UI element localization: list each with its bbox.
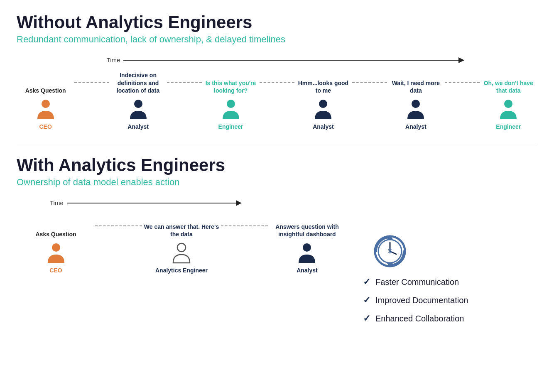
dot-line-0 — [74, 82, 109, 83]
section1-time-arrow — [123, 60, 464, 61]
person-icon-0 — [46, 242, 66, 265]
section2-flow: Asks QuestionCEOWe can answer that. Here… — [17, 211, 346, 274]
flow-label-2: Answers question with insightful dashboa… — [268, 211, 346, 238]
section2-flow-panel: Time Asks QuestionCEOWe can answer that.… — [17, 199, 346, 274]
svg-text:$: $ — [388, 247, 392, 255]
dot-line-0 — [95, 225, 142, 226]
person-wrap-4: Analyst — [405, 98, 427, 130]
dot-line-2 — [260, 82, 294, 83]
dot-line-3 — [352, 82, 387, 83]
person-name-0: CEO — [39, 123, 51, 130]
flow-label-5: Oh, we don't have that data — [480, 68, 537, 94]
flow-item-3: Hmm...looks good to meAnalyst — [294, 68, 352, 130]
check-icon-3: ✓ — [363, 313, 370, 324]
connector-2 — [260, 82, 294, 83]
connector-1 — [167, 82, 202, 83]
section1-title: Without Analytics Engineers — [17, 12, 537, 32]
person-name-4: Analyst — [405, 123, 427, 130]
person-name-5: Engineer — [496, 123, 521, 130]
section1-subtitle: Redundant communication, lack of ownersh… — [17, 34, 537, 45]
person-wrap-3: Analyst — [313, 98, 334, 130]
person-name-2: Engineer — [218, 123, 243, 130]
section2-subtitle: Ownership of data model enables action — [17, 177, 537, 188]
benefits-panel: $ ✓ Faster Communication ✓ Improved Docu… — [363, 199, 537, 331]
section-divider — [17, 145, 537, 145]
person-icon-1 — [172, 242, 191, 265]
person-wrap-1: Analyst — [127, 98, 149, 130]
person-icon-1 — [128, 98, 148, 122]
person-icon-5 — [498, 98, 518, 122]
flow-label-0: Asks Question — [34, 211, 78, 238]
flow-item-4: Wait, I need more dataAnalyst — [387, 68, 445, 130]
dot-line-1 — [221, 225, 268, 226]
check-icon-1: ✓ — [363, 277, 370, 287]
person-icon-4 — [406, 98, 426, 122]
connector-1 — [221, 225, 268, 226]
person-wrap-0: CEO — [36, 98, 56, 130]
flow-item-2: Answers question with insightful dashboa… — [268, 211, 346, 274]
benefits-list: ✓ Faster Communication ✓ Improved Docume… — [363, 277, 537, 324]
person-icon-2 — [297, 242, 317, 265]
person-name-1: Analyst — [127, 123, 149, 130]
flow-label-0: Asks Question — [24, 68, 68, 94]
flow-item-1: Indecisive on definitions and location o… — [109, 68, 167, 130]
benefit-1-label: Faster Communication — [375, 277, 459, 287]
flow-label-1: We can answer that. Here's the data — [142, 211, 221, 238]
section2-bottom: Time Asks QuestionCEOWe can answer that.… — [17, 199, 537, 331]
dot-line-1 — [167, 82, 202, 83]
connector-4 — [445, 82, 480, 83]
flow-label-3: Hmm...looks good to me — [294, 68, 352, 94]
section1-time-row: Time — [17, 56, 537, 64]
clock-icon: $ — [371, 233, 409, 270]
person-icon-0 — [36, 98, 56, 122]
person-wrap-5: Engineer — [496, 98, 521, 130]
flow-label-4: Wait, I need more data — [387, 68, 445, 94]
flow-label-2: Is this what you're looking for? — [202, 68, 260, 94]
person-wrap-0: CEO — [46, 242, 66, 274]
clock-icon-area: $ — [363, 233, 537, 270]
person-wrap-2: Analyst — [297, 242, 318, 274]
connector-0 — [74, 82, 109, 83]
person-name-2: Analyst — [297, 267, 318, 274]
connector-0 — [95, 225, 142, 226]
section2-time-label: Time — [50, 199, 64, 206]
person-wrap-1: Analytics Engineer — [155, 242, 208, 274]
person-name-3: Analyst — [313, 123, 334, 130]
section2-time-row: Time — [50, 199, 346, 206]
person-name-0: CEO — [49, 267, 62, 274]
section1-container: Without Analytics Engineers Redundant co… — [17, 12, 537, 130]
benefit-3-label: Enhanced Collaboration — [375, 314, 464, 323]
check-icon-2: ✓ — [363, 295, 370, 306]
flow-item-0: Asks QuestionCEO — [17, 211, 95, 274]
section1-time-label: Time — [107, 56, 120, 64]
flow-label-1: Indecisive on definitions and location o… — [109, 68, 167, 94]
flow-item-2: Is this what you're looking for?Engineer — [202, 68, 260, 130]
dot-line-4 — [445, 82, 480, 83]
person-icon-2 — [221, 98, 241, 122]
benefit-1: ✓ Faster Communication — [363, 277, 537, 287]
person-icon-3 — [313, 98, 333, 122]
section2-title: With Analytics Engineers — [17, 155, 537, 175]
section2-container: With Analytics Engineers Ownership of da… — [17, 155, 537, 331]
flow-item-0: Asks QuestionCEO — [17, 68, 74, 130]
flow-item-1: We can answer that. Here's the dataAnaly… — [142, 211, 221, 274]
benefit-3: ✓ Enhanced Collaboration — [363, 313, 537, 324]
connector-3 — [352, 82, 387, 83]
flow-item-5: Oh, we don't have that dataEngineer — [480, 68, 537, 130]
benefit-2: ✓ Improved Documentation — [363, 295, 537, 306]
section1-flow: Asks QuestionCEOIndecisive on definition… — [17, 68, 537, 130]
section2-time-arrow — [67, 203, 241, 203]
benefit-2-label: Improved Documentation — [375, 296, 468, 305]
person-wrap-2: Engineer — [218, 98, 243, 130]
person-name-1: Analytics Engineer — [155, 267, 208, 274]
